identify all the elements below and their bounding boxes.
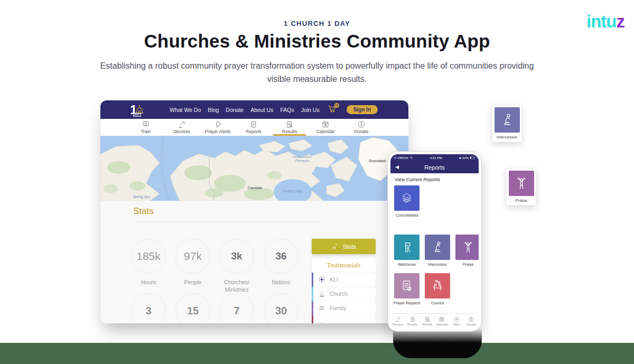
- phone-nav-calendar[interactable]: Calendar: [434, 314, 449, 329]
- tile-label: Watchman: [398, 262, 416, 267]
- subnav-label: Prayer Alerts: [205, 129, 231, 134]
- compass-icon: [318, 276, 325, 283]
- menu-item-what-we-do[interactable]: What We Do: [170, 107, 201, 113]
- phone-nav-label: Calendar: [436, 323, 447, 326]
- subnav-item-prayer-alerts[interactable]: Prayer Alerts: [200, 119, 236, 136]
- testimonial-item-partial[interactable]: [312, 315, 376, 323]
- map-label-canada: Canada: [247, 185, 262, 190]
- phone-nav-label: Results: [422, 323, 432, 326]
- subnav-item-reports[interactable]: Reports: [236, 119, 272, 136]
- callout-label: Praise: [509, 198, 534, 203]
- stats-button[interactable]: Stats: [312, 239, 376, 254]
- menu-item-join-us[interactable]: Join Us: [301, 107, 320, 113]
- stat-row2-1: 3: [131, 293, 166, 323]
- praise-person-icon: [514, 176, 529, 191]
- testimonial-item-kli[interactable]: KLI: [312, 272, 376, 286]
- layers-icon: [400, 191, 414, 205]
- item-accent-bar: [312, 301, 313, 315]
- desktop-screenshot: 1 DAY What We Do Blog Donate About Us FA…: [100, 100, 408, 323]
- stat-value: 15: [187, 305, 199, 317]
- dollar-icon: [357, 120, 366, 128]
- watchman-tile[interactable]: [394, 235, 419, 260]
- phone-nav-decrees[interactable]: Decrees: [390, 314, 405, 329]
- carrier-label: VIRGIN: [397, 156, 408, 160]
- stat-row2-3: 7: [219, 293, 254, 323]
- logo-day: DAY: [133, 113, 141, 117]
- consolidated-tile[interactable]: [394, 185, 419, 211]
- subnav-item-results[interactable]: Results: [272, 119, 307, 136]
- desktop-menu: What We Do Blog Donate About Us FAQs Joi…: [170, 105, 378, 115]
- tile-council: Council: [425, 273, 450, 305]
- phone-header: ◀ Reports: [390, 161, 479, 173]
- stat-value: 3k: [231, 250, 242, 262]
- map-label-bering-sea: Bering Sea: [133, 195, 151, 199]
- page-canvas: 1 CHURCH 1 DAY Churches & Ministries Com…: [0, 0, 634, 364]
- map-label-hudson-bay: Hudson Bay: [283, 189, 302, 193]
- stats-button-label: Stats: [343, 244, 356, 250]
- back-button[interactable]: ◀: [395, 165, 399, 170]
- tile-consolidated: Consolidated: [394, 185, 419, 218]
- tile-praise: Praise: [455, 235, 479, 267]
- phone-nav-reports[interactable]: Reports: [405, 314, 420, 329]
- subnav-item-decrees[interactable]: Decrees: [164, 119, 200, 136]
- item-accent-bar: [312, 315, 313, 324]
- phone-nav-results[interactable]: Results: [420, 314, 435, 329]
- testimonial-label: KLI: [330, 276, 338, 283]
- callout-label: Intercessor: [495, 135, 519, 139]
- family-icon: [318, 304, 325, 312]
- menu-item-blog[interactable]: Blog: [208, 107, 219, 113]
- stats-sidebar: Stats Testimonials KLI: [312, 239, 376, 323]
- phone-screen: VIRGIN 4:21 PM ✱ 22% ◀ Reports View Curr…: [390, 154, 479, 329]
- council-tile[interactable]: [425, 273, 450, 298]
- stat-churches: 3k Churches/ Ministries: [219, 239, 254, 293]
- results-icon: [424, 316, 431, 322]
- sign-in-button[interactable]: Sign In: [347, 105, 378, 114]
- stats-divider: [133, 222, 318, 222]
- testimonial-label: Church: [330, 291, 348, 297]
- intuz-logo: intuz: [586, 12, 624, 32]
- callout-intercessor: Intercessor: [492, 105, 522, 142]
- subnav-item-train[interactable]: Train: [128, 119, 164, 136]
- tile-label: Consolidated: [396, 213, 418, 218]
- gavel-icon: [395, 316, 401, 322]
- church-small-icon: [318, 290, 325, 297]
- subnav-item-donate[interactable]: Donate: [343, 119, 379, 136]
- subnav-label: Reports: [246, 129, 262, 134]
- phone-nav-more[interactable]: More: [449, 314, 464, 329]
- testimonial-item-family[interactable]: Family: [312, 301, 376, 315]
- 1day-logo[interactable]: 1 DAY: [130, 102, 148, 117]
- menu-item-faqs[interactable]: FAQs: [280, 107, 294, 113]
- phone-status-bar: VIRGIN 4:21 PM ✱ 22%: [390, 154, 479, 161]
- stat-people: 97k People: [175, 239, 210, 286]
- battery-icon: [470, 156, 475, 159]
- page-title: Churches & Ministries Community App: [0, 31, 634, 52]
- menu-item-about-us[interactable]: About Us: [250, 107, 273, 113]
- wifi-icon: [409, 156, 413, 159]
- plus-circle-icon: [453, 316, 460, 322]
- phone-nav-donate[interactable]: Donate: [464, 314, 479, 329]
- train-icon: [142, 120, 150, 128]
- phone-screenshot: VIRGIN 4:21 PM ✱ 22% ◀ Reports View Curr…: [387, 151, 482, 332]
- praise-tile[interactable]: [455, 235, 479, 260]
- intercessor-tile[interactable]: [425, 235, 450, 260]
- home-icon: [318, 319, 325, 323]
- subnav-label: Train: [141, 129, 151, 134]
- phone-bottom-nav: Decrees Reports Results Calendar More: [390, 313, 479, 329]
- cart-button[interactable]: 12: [328, 105, 337, 115]
- subnav-item-calendar[interactable]: Calendar: [307, 119, 343, 136]
- testimonial-item-church[interactable]: Church: [312, 286, 376, 301]
- stat-label: Nations: [264, 278, 299, 286]
- stat-value: 97k: [184, 250, 202, 263]
- testimonial-label: Family: [330, 305, 346, 311]
- stat-label: People: [175, 278, 210, 286]
- document-plus-icon: [400, 279, 414, 293]
- world-map[interactable]: Bering Sea Canada Hudson Bay Greenland N…: [100, 136, 408, 201]
- tile-watchman: Watchman: [394, 235, 419, 267]
- prayer-request-tile[interactable]: [394, 273, 419, 298]
- menu-item-donate[interactable]: Donate: [226, 107, 244, 113]
- dollar-icon: [468, 316, 474, 322]
- tile-intercessor: Intercessor: [425, 235, 450, 267]
- phone-body: View Current Reports Consolidated: [390, 173, 479, 313]
- phone-nav-label: Decrees: [393, 323, 403, 326]
- calendar-icon: [439, 316, 445, 322]
